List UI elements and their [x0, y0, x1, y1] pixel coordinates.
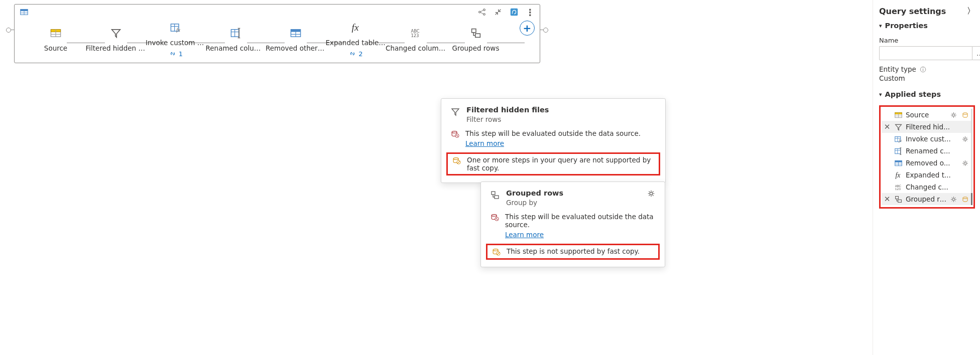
flow-step-label: Source	[44, 44, 67, 52]
name-input[interactable]	[879, 46, 972, 60]
db-block-icon	[452, 156, 461, 165]
table-fx-icon	[894, 134, 903, 143]
gear-icon[interactable]	[950, 111, 957, 119]
entity-type-value: Custom	[879, 74, 975, 82]
flow-step[interactable]: Expanded table c... 2	[325, 21, 387, 58]
link-badge[interactable]: 2	[348, 50, 362, 58]
table-fx-icon	[169, 21, 183, 35]
tooltip-fastcopy-msg: This step is not supported by fast copy.	[507, 247, 640, 255]
applied-step[interactable]: Source	[882, 109, 972, 121]
flow-step[interactable]: Invoke custom fu... 1	[145, 21, 207, 58]
learn-more-link[interactable]: Learn more	[505, 231, 656, 239]
tooltip-warn: This step will be evaluated outside the …	[465, 129, 641, 137]
more-icon[interactable]: ⋮	[526, 8, 535, 17]
step-name: Invoke cust...	[906, 135, 958, 143]
flow-step[interactable]: Removed other c...	[265, 26, 327, 52]
flow-step-label: Expanded table c...	[326, 39, 386, 47]
flow-row: Source Filtered hidden fi... Invoke cust…	[20, 19, 535, 58]
abc123-icon	[894, 183, 903, 192]
edge-dot-right	[543, 28, 548, 33]
collapse-icon[interactable]	[494, 8, 503, 17]
db-block-icon	[492, 247, 501, 256]
flow-step-label: Grouped rows	[452, 44, 500, 52]
table-blue-icon	[289, 26, 303, 40]
query-settings-panel: Query settings 〉 ▾ Properties Name ... E…	[873, 0, 980, 355]
flow-step-label: Filtered hidden fi...	[86, 44, 146, 52]
table-orange-icon	[49, 26, 63, 40]
applied-steps-header: Applied steps	[885, 90, 941, 98]
table-icon	[20, 8, 29, 17]
tooltip-title: Filtered hidden files	[466, 106, 549, 114]
remove-step-icon[interactable]: ✕	[884, 122, 891, 131]
chevron-right-icon[interactable]: 〉	[967, 6, 975, 17]
step-name: Removed o...	[906, 159, 958, 167]
tooltip-title: Grouped rows	[506, 189, 563, 197]
entity-type-label: Entity type	[879, 65, 916, 73]
tooltip-warn: This step will be evaluated outside the …	[505, 213, 654, 229]
tooltip-subtitle: Filter rows	[466, 115, 549, 123]
group-icon	[490, 190, 500, 200]
datasource-icon	[961, 111, 969, 119]
step-name: Grouped ro...	[906, 195, 947, 203]
flow-step-label: Renamed columns	[206, 44, 266, 52]
tooltip-filtered: Filtered hidden files Filter rows This s…	[441, 98, 666, 183]
step-name: Changed c...	[906, 183, 969, 191]
abc123-icon	[409, 26, 423, 40]
group-icon	[469, 26, 483, 40]
table-orange-icon	[894, 110, 903, 119]
flow-step-label: Changed column...	[386, 44, 446, 52]
chevron-down-icon[interactable]: ▾	[879, 23, 882, 29]
name-more-button[interactable]: ...	[972, 46, 980, 60]
filter-icon	[450, 107, 460, 117]
applied-step[interactable]: Expanded t...	[882, 169, 972, 181]
datasource-icon	[961, 196, 969, 203]
link-badge[interactable]: 1	[169, 50, 183, 58]
db-warn-icon	[450, 129, 459, 138]
diagram-canvas: ⋮ Source Filtered hidden fi... Invoke cu…	[0, 0, 873, 355]
flow-step[interactable]: Changed column...	[385, 26, 447, 52]
gear-icon[interactable]	[961, 135, 969, 143]
step-name: Renamed c...	[906, 147, 969, 155]
applied-step[interactable]: ✕ Grouped ro...	[882, 193, 972, 205]
share-icon[interactable]	[477, 8, 486, 17]
gear-icon[interactable]	[961, 159, 969, 167]
flow-step[interactable]: Grouped rows	[445, 26, 507, 52]
applied-step[interactable]: Removed o...	[882, 157, 972, 169]
query-flow-box: ⋮ Source Filtered hidden fi... Invoke cu…	[14, 4, 540, 63]
flow-step-label: Removed other c...	[266, 44, 326, 52]
gear-icon[interactable]	[647, 189, 656, 198]
rename-icon	[229, 26, 243, 40]
learn-more-link[interactable]: Learn more	[465, 139, 641, 147]
applied-step[interactable]: Invoke cust...	[882, 133, 972, 145]
add-step-button[interactable]: +	[520, 21, 535, 36]
fx-icon	[349, 21, 363, 35]
applied-step[interactable]: Renamed c...	[882, 145, 972, 157]
flow-step[interactable]: Filtered hidden fi...	[85, 26, 147, 52]
properties-header: Properties	[885, 22, 928, 30]
tooltip-fastcopy-msg: One or more steps in your query are not …	[467, 156, 655, 172]
info-icon[interactable]	[919, 66, 927, 73]
rename-icon	[894, 146, 903, 155]
chevron-down-icon[interactable]: ▾	[879, 91, 882, 98]
filter-icon	[109, 26, 123, 40]
panel-title: Query settings	[879, 7, 946, 16]
step-name: Filtered hid...	[906, 123, 969, 131]
db-warn-icon	[490, 213, 499, 222]
filter-icon	[894, 122, 903, 131]
name-label: Name	[879, 37, 975, 44]
flow-step[interactable]: Renamed columns	[205, 26, 267, 52]
step-name: Expanded t...	[906, 171, 969, 179]
tooltip-grouped: Grouped rows Group by This step will be …	[480, 182, 665, 267]
remove-step-icon[interactable]: ✕	[884, 195, 891, 204]
applied-steps-list: Source ✕ Filtered hid... Invoke cust... …	[879, 105, 975, 209]
tooltip-subtitle: Group by	[506, 199, 563, 207]
applied-step[interactable]: Changed c...	[882, 181, 972, 193]
flow-step-label: Invoke custom fu...	[146, 39, 206, 47]
powerquery-icon[interactable]	[510, 8, 519, 17]
applied-step[interactable]: ✕ Filtered hid...	[882, 121, 972, 133]
gear-icon[interactable]	[950, 196, 957, 203]
table-blue-icon	[894, 158, 903, 167]
step-name: Source	[906, 111, 947, 119]
edge-dot-left	[6, 28, 11, 33]
flow-step[interactable]: Source	[25, 26, 87, 52]
